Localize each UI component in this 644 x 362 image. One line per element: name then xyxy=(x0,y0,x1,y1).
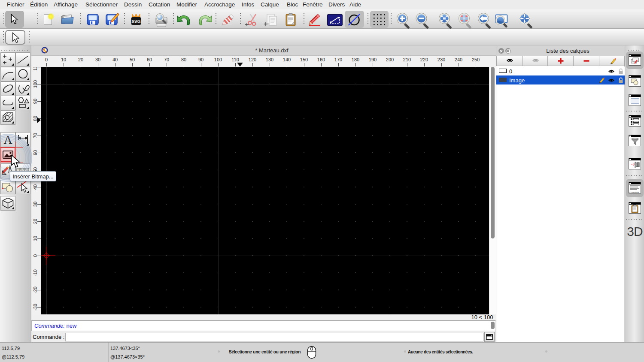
svg-text:SVG: SVG xyxy=(131,19,140,24)
svg-text:A: A xyxy=(3,133,12,146)
